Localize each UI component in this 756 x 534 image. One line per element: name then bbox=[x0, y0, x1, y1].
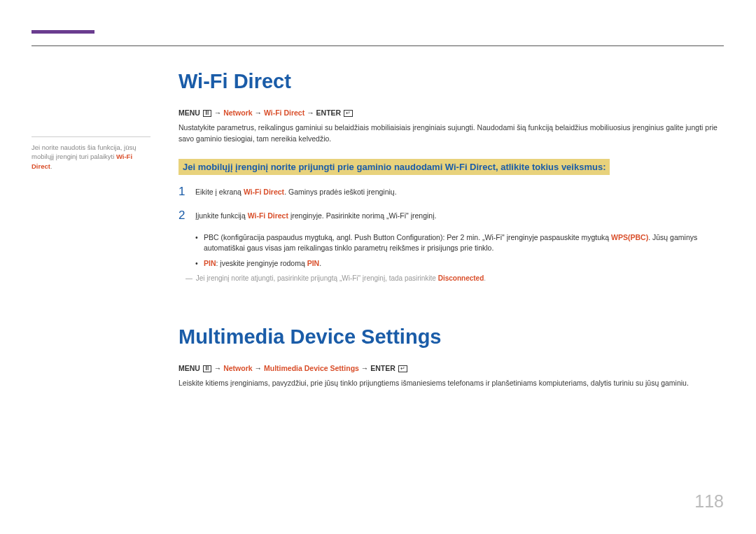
disconnect-note: ― Jei įrenginį norite atjungti, pasirink… bbox=[186, 274, 724, 283]
step2-a: Įjunkite funkciją bbox=[195, 211, 248, 220]
enter-icon: ↵ bbox=[398, 365, 407, 372]
sidebar-note: Jei norite naudotis šia funkcija, jūsų m… bbox=[31, 136, 150, 171]
path-menu2: MENU bbox=[178, 364, 200, 372]
path-arrow6: → bbox=[361, 364, 370, 372]
bullet-dot: • bbox=[195, 258, 204, 269]
sidebar-line2a: mobilųjį įrenginį turi palaikyti bbox=[31, 153, 116, 160]
section-title-multimedia: Multimedia Device Settings bbox=[178, 325, 724, 349]
bullet-dot: • bbox=[195, 232, 204, 255]
b1b: WPS(PBC) bbox=[611, 233, 648, 241]
path-arrow2: → bbox=[255, 108, 264, 117]
bullet-pin-text: PIN: įveskite įrenginyje rodomą PIN. bbox=[204, 258, 321, 269]
header-accent bbox=[31, 30, 94, 34]
step1-a: Eikite į ekraną bbox=[195, 188, 244, 196]
path-arrow1: → bbox=[214, 108, 223, 117]
multimedia-body: Leiskite kitiems įrenginiams, pavyzdžiui… bbox=[178, 378, 724, 389]
step2-c: įrenginyje. Pasirinkite norimą „Wi-Fi" į… bbox=[288, 211, 436, 220]
step-2: 2 Įjunkite funkciją Wi-Fi Direct įrengin… bbox=[178, 209, 724, 223]
note-dash: ― bbox=[186, 274, 194, 283]
path-arrow3: → bbox=[307, 108, 316, 117]
b2b: : įveskite įrenginyje rodomą bbox=[216, 259, 307, 267]
header-rule bbox=[31, 45, 724, 46]
bullet-pin: • PIN: įveskite įrenginyje rodomą PIN. bbox=[195, 258, 724, 269]
bullet-list: • PBC (konfigūracija paspaudus mygtuką, … bbox=[195, 232, 724, 269]
b2d: . bbox=[319, 259, 321, 267]
highlight-instruction: Jei mobilųjį įrenginį norite prijungti p… bbox=[178, 159, 610, 175]
bullet-pbc: • PBC (konfigūracija paspaudus mygtuką, … bbox=[195, 232, 724, 255]
page-number: 118 bbox=[694, 491, 724, 512]
step1-b: Wi-Fi Direct bbox=[244, 188, 284, 196]
step-1-number: 1 bbox=[178, 185, 195, 199]
b1a: PBC (konfigūracija paspaudus mygtuką, an… bbox=[204, 233, 611, 241]
intro-text: Nustatykite parametrus, reikalingus gami… bbox=[178, 122, 724, 145]
note-c: . bbox=[484, 274, 486, 282]
b2c: PIN bbox=[307, 259, 320, 267]
step-1-text: Eikite į ekraną Wi-Fi Direct. Gaminys pr… bbox=[195, 185, 397, 198]
step-2-number: 2 bbox=[178, 209, 195, 223]
sidebar-line2c: . bbox=[50, 162, 52, 170]
path-wifi: Wi-Fi Direct bbox=[264, 108, 304, 117]
path-mds: Multimedia Device Settings bbox=[264, 364, 359, 372]
step-1: 1 Eikite į ekraną Wi-Fi Direct. Gaminys … bbox=[178, 185, 724, 199]
bullet-pbc-text: PBC (konfigūracija paspaudus mygtuką, an… bbox=[204, 232, 724, 255]
step2-b: Wi-Fi Direct bbox=[248, 211, 288, 220]
step1-c: . Gaminys pradės ieškoti įrenginių. bbox=[284, 188, 397, 196]
step-2-text: Įjunkite funkciją Wi-Fi Direct įrenginyj… bbox=[195, 209, 436, 222]
menu-icon: Ⅲ bbox=[203, 110, 211, 117]
path-arrow5: → bbox=[255, 364, 264, 372]
menu-icon: Ⅲ bbox=[203, 365, 211, 372]
b2a: PIN bbox=[204, 259, 216, 267]
sidebar-line1: Jei norite naudotis šia funkcija, jūsų bbox=[31, 143, 136, 151]
menu-path-wifi: MENU Ⅲ → Network → Wi-Fi Direct → ENTER … bbox=[178, 108, 724, 117]
section-multimedia: Multimedia Device Settings MENU Ⅲ → Netw… bbox=[178, 325, 724, 389]
note-a: Jei įrenginį norite atjungti, pasirinkit… bbox=[196, 274, 438, 282]
note-b: Disconnected bbox=[438, 274, 484, 282]
menu-path-multimedia: MENU Ⅲ → Network → Multimedia Device Set… bbox=[178, 364, 724, 372]
main-content: Wi-Fi Direct MENU Ⅲ → Network → Wi-Fi Di… bbox=[178, 70, 724, 395]
section-title-wifi-direct: Wi-Fi Direct bbox=[178, 70, 724, 93]
path-enter: ENTER bbox=[316, 108, 342, 117]
path-network: Network bbox=[223, 108, 252, 117]
enter-icon: ↵ bbox=[344, 110, 353, 117]
path-enter2: ENTER bbox=[370, 364, 396, 372]
path-menu: MENU bbox=[178, 108, 200, 117]
path-arrow4: → bbox=[214, 364, 223, 372]
path-network2: Network bbox=[223, 364, 252, 372]
